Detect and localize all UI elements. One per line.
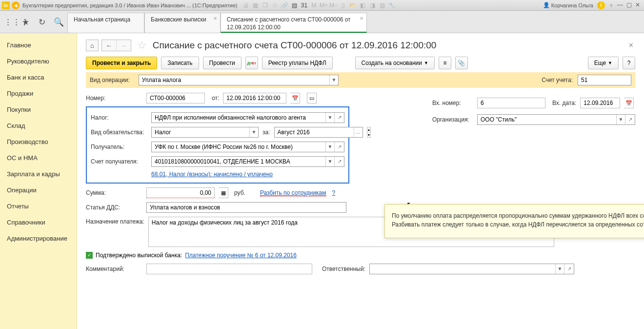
search-icon[interactable]: 🔍: [54, 17, 63, 27]
tab-document-active[interactable]: Списание с расчетного счета СТ00-000006 …: [221, 13, 367, 33]
chevron-down-icon[interactable]: ▼: [249, 127, 258, 137]
sidebar-item-sales[interactable]: Продажи: [0, 85, 77, 102]
sidebar-item-bank[interactable]: Банк и касса: [0, 69, 77, 85]
close-window-button[interactable]: ✕: [633, 1, 642, 9]
operation-type-combo[interactable]: ▼: [139, 75, 339, 85]
responsible-input[interactable]: [370, 264, 555, 274]
number-input[interactable]: [146, 93, 205, 103]
tab-close-icon[interactable]: ×: [360, 15, 363, 22]
tb-m-icon[interactable]: M: [310, 1, 319, 9]
open-ref-icon[interactable]: ↗: [564, 264, 574, 274]
form-icon[interactable]: ▭: [307, 93, 317, 103]
back-icon[interactable]: ◄: [12, 1, 20, 9]
period-input[interactable]: [275, 127, 354, 137]
operation-type-input[interactable]: [139, 75, 329, 85]
sidebar-item-main[interactable]: Главное: [0, 37, 77, 53]
sidebar-item-payroll[interactable]: Зарплата и кадры: [0, 166, 77, 182]
tab-bank-statements[interactable]: Банковские выписки ×: [144, 13, 221, 33]
home-button[interactable]: ⌂: [86, 40, 98, 51]
account-input[interactable]: [578, 75, 644, 85]
split-help-link[interactable]: ?: [332, 189, 336, 196]
tab-close-icon[interactable]: ×: [214, 15, 217, 22]
tax-combo[interactable]: ▼ ↗: [151, 112, 344, 123]
tb-nav-icon[interactable]: ◧: [359, 1, 367, 9]
open-ref-icon[interactable]: ↗: [334, 157, 344, 166]
tb-new-icon[interactable]: ▯: [339, 1, 348, 9]
sidebar-item-reports[interactable]: Отчеты: [0, 198, 77, 214]
more-button[interactable]: Еще▼: [588, 57, 619, 69]
calendar-icon[interactable]: 📅: [624, 98, 634, 108]
favorite-star-icon[interactable]: ☆: [137, 39, 147, 52]
sidebar-item-warehouse[interactable]: Склад: [0, 118, 77, 134]
help-button[interactable]: ?: [623, 57, 635, 69]
tb-star-icon[interactable]: ☆: [271, 1, 280, 9]
dtkt-icon-button[interactable]: ДтКт: [245, 57, 258, 69]
tb-calendar-icon[interactable]: 31: [300, 1, 309, 9]
split-by-employees-link[interactable]: Разбить по сотрудникам: [260, 189, 326, 197]
confirmed-checkbox[interactable]: ✓: [86, 252, 93, 259]
post-and-close-button[interactable]: Провести и закрыть: [86, 57, 157, 69]
chevron-down-icon[interactable]: ▼: [325, 142, 334, 152]
ndfl-registry-button[interactable]: Реестр уплаты НДФЛ: [262, 57, 333, 69]
tb-print-icon[interactable]: 🖨: [242, 1, 250, 9]
info-icon[interactable]: i: [597, 1, 605, 9]
chevron-down-icon[interactable]: ▼: [555, 264, 564, 274]
sidebar-item-assets[interactable]: ОС и НМА: [0, 150, 77, 166]
calendar-icon[interactable]: 📅: [290, 93, 300, 103]
sum-input[interactable]: [146, 187, 215, 198]
responsible-combo[interactable]: ▼ ↗: [369, 264, 574, 274]
dds-combo[interactable]: [146, 202, 346, 213]
tb-doc-icon[interactable]: ▦: [251, 1, 260, 9]
nav-forward-button[interactable]: →: [116, 40, 131, 51]
comment-input[interactable]: [146, 264, 312, 274]
spinner-up-icon[interactable]: ▲: [367, 127, 371, 133]
sidebar-item-manager[interactable]: Руководителю: [0, 53, 77, 69]
attach-icon-button[interactable]: 📎: [455, 57, 468, 69]
period-combo[interactable]: …: [274, 127, 363, 138]
chevron-down-icon[interactable]: ▼: [616, 115, 625, 124]
payment-order-link[interactable]: Платежное поручение № 6 от 12.09.2016: [185, 252, 297, 259]
payee-combo[interactable]: ▼ ↗: [151, 142, 344, 152]
chevron-down-icon[interactable]: ▼: [325, 157, 334, 166]
open-ref-icon[interactable]: ↗: [334, 142, 344, 152]
current-user[interactable]: 👤 Корчагина Ольга: [543, 2, 593, 8]
tb-grid-icon[interactable]: ▥: [378, 1, 387, 9]
organization-combo[interactable]: ▼ ↗: [477, 114, 635, 125]
tb-nav2-icon[interactable]: ◨: [368, 1, 377, 9]
chevron-down-icon[interactable]: ▼: [329, 75, 338, 85]
date-input[interactable]: [223, 93, 286, 103]
sidebar-item-operations[interactable]: Операции: [0, 182, 77, 198]
tax-input[interactable]: [152, 113, 325, 123]
tb-copy-icon[interactable]: ❐: [261, 1, 270, 9]
tax-account-link[interactable]: 68.01, Налог (взносы): начислено / уплач…: [151, 171, 273, 178]
dds-input[interactable]: [147, 203, 346, 212]
tb-open-icon[interactable]: 📂: [349, 1, 358, 9]
sidebar-item-references[interactable]: Справочники: [0, 214, 77, 230]
create-based-on-button[interactable]: Создать на основании▼: [355, 57, 435, 69]
post-button[interactable]: Провести: [203, 57, 242, 69]
maximize-button[interactable]: ▢: [624, 1, 633, 9]
period-spinner[interactable]: ▲▼: [367, 127, 371, 138]
minimize-button[interactable]: —: [616, 1, 624, 9]
tb-mminus-icon[interactable]: M−: [329, 1, 338, 9]
payee-account-input[interactable]: [152, 157, 325, 166]
info-dd-icon[interactable]: ▾: [607, 1, 616, 9]
nav-back-button[interactable]: ←: [102, 40, 116, 51]
lines-icon-button[interactable]: ≡: [439, 57, 451, 69]
history-icon[interactable]: ↻: [37, 17, 47, 27]
apps-icon[interactable]: ⋮⋮⋮: [4, 17, 14, 27]
tb-link-icon[interactable]: 🔗: [281, 1, 289, 9]
open-ref-icon[interactable]: ↗: [334, 113, 344, 123]
spinner-down-icon[interactable]: ▼: [367, 133, 371, 138]
save-button[interactable]: Записать: [161, 57, 199, 69]
incoming-date-input[interactable]: [580, 98, 620, 108]
obligation-type-combo[interactable]: ▼: [151, 127, 259, 138]
document-close-button[interactable]: ×: [627, 41, 635, 50]
tb-options-icon[interactable]: 🔧: [388, 1, 397, 9]
sidebar-item-admin[interactable]: Администрирование: [0, 230, 77, 247]
payee-account-combo[interactable]: ▼ ↗: [151, 156, 344, 167]
tb-mplus-icon[interactable]: M+: [320, 1, 328, 9]
tab-home[interactable]: Начальная страница: [67, 13, 144, 33]
account-combo[interactable]: ▼ ↗: [578, 75, 631, 85]
obligation-type-input[interactable]: [152, 127, 249, 137]
